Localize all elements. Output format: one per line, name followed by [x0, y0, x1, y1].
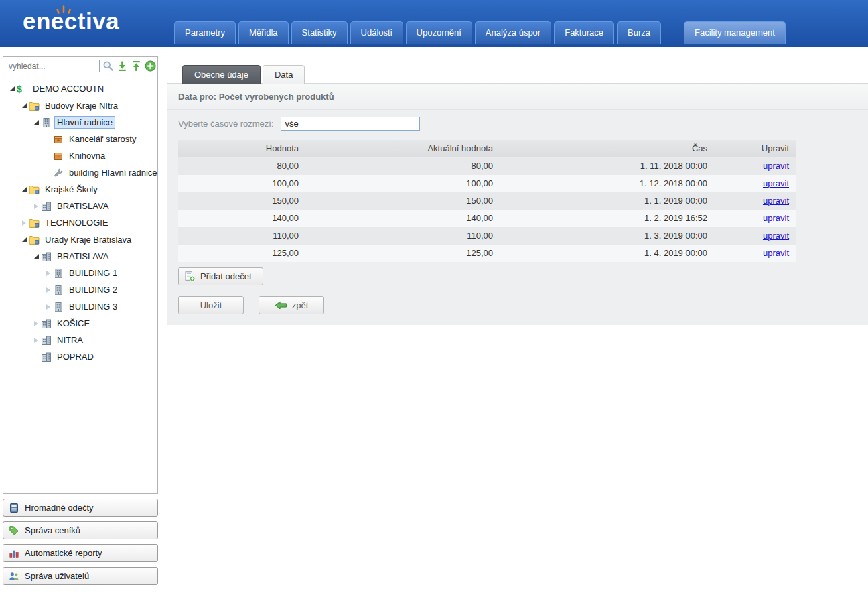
expand-icon[interactable]	[19, 237, 29, 242]
table-row: 80,00 80,00 1. 11. 2018 00:00 upravit	[178, 157, 796, 175]
wrench-icon	[53, 168, 66, 178]
add-reading-icon	[184, 271, 196, 282]
tree-item-nitra[interactable]: NITRA	[3, 332, 157, 348]
collapse-icon[interactable]	[19, 220, 29, 226]
nav-tab-statistiky[interactable]: Statistiky	[291, 21, 348, 44]
tree-item-urady-kraje-bratislava[interactable]: Urady Kraje Bratislava	[3, 231, 157, 248]
sidebar-button-hromadne-odecty[interactable]: Hromadné odečty	[3, 499, 158, 517]
dollar-icon: $	[17, 84, 30, 94]
nav-tab-facility-management[interactable]: Facility management	[684, 21, 786, 44]
cell-time: 1. 4. 2019 00:00	[500, 245, 714, 262]
collapse-icon[interactable]	[31, 321, 41, 326]
logo[interactable]: enectiva	[23, 8, 119, 35]
nav-tab-burza[interactable]: Burza	[617, 21, 661, 44]
tree-item-kosice[interactable]: KOŠICE	[3, 315, 157, 332]
add-reading-button[interactable]: Přidat odečet	[178, 267, 263, 285]
cell-value: 140,00	[178, 210, 305, 227]
edit-link[interactable]: upravit	[763, 248, 789, 258]
column-header-upravit: Upravit	[714, 140, 796, 157]
tree-search-row	[3, 57, 157, 74]
tree-item-demo-accoutn[interactable]: $ DEMO ACCOUTN	[3, 80, 157, 97]
tab-data[interactable]: Data	[263, 65, 305, 84]
cell-current-value: 140,00	[305, 210, 500, 227]
tree-item-budovy-kraje-nitra[interactable]: Budovy Kraje NItra	[3, 97, 157, 114]
back-arrow-icon	[275, 301, 287, 310]
expand-icon[interactable]	[7, 86, 17, 91]
action-buttons: Uložit zpět	[178, 296, 868, 314]
search-input[interactable]	[5, 60, 100, 72]
add-node-icon[interactable]	[145, 60, 156, 72]
logo-spark-icon	[56, 5, 71, 14]
edit-link[interactable]: upravit	[763, 196, 789, 206]
readings-table: Hodnota Aktuální hodnota Čas Upravit 80,…	[178, 140, 796, 262]
tree-item-poprad[interactable]: POPRAD	[3, 348, 157, 365]
nav-tab-parametry[interactable]: Parametry	[174, 21, 236, 44]
nav-tab-udalosti[interactable]: Události	[350, 21, 403, 44]
back-button[interactable]: zpět	[259, 296, 324, 314]
sidebar-button-automaticke-reporty[interactable]: Automatické reporty	[3, 544, 158, 562]
time-range-select[interactable]	[281, 117, 420, 131]
collapse-icon[interactable]	[31, 338, 41, 343]
cell-value: 150,00	[178, 192, 305, 210]
city-icon	[41, 335, 54, 346]
time-range-label: Vyberte časové rozmezí:	[178, 119, 274, 129]
nav-tab-upozorneni[interactable]: Upozornění	[406, 21, 472, 44]
expand-icon[interactable]	[31, 254, 41, 259]
table-row: 125,00 125,00 1. 4. 2019 00:00 upravit	[178, 245, 796, 262]
edit-link[interactable]: upravit	[763, 178, 789, 188]
time-range-row: Vyberte časové rozmezí:	[167, 110, 868, 140]
expand-all-icon[interactable]	[117, 60, 128, 72]
nav-tab-meridla[interactable]: Měřidla	[238, 21, 289, 44]
edit-link[interactable]: upravit	[763, 213, 789, 223]
cell-time: 1. 2. 2019 16:52	[500, 210, 714, 227]
collapse-icon[interactable]	[31, 204, 41, 209]
tree-item-building-2[interactable]: BUILDING 2	[3, 281, 157, 298]
table-row: 110,00 110,00 1. 3. 2019 00:00 upravit	[178, 227, 796, 245]
expand-icon[interactable]	[31, 120, 41, 125]
tree-item-bratislava-2[interactable]: BRATISLAVA	[3, 248, 157, 265]
column-header-cas: Čas	[500, 140, 714, 157]
collapse-icon[interactable]	[44, 287, 53, 293]
cell-time: 1. 3. 2019 00:00	[500, 227, 714, 245]
edit-link[interactable]: upravit	[763, 161, 789, 171]
tab-obecne-udaje[interactable]: Obecné údaje	[182, 65, 261, 84]
tree-item-knihovna[interactable]: Knihovna	[3, 147, 157, 164]
column-header-aktualni-hodnota: Aktuální hodnota	[305, 140, 500, 157]
city-icon	[41, 251, 54, 262]
collapse-icon[interactable]	[44, 271, 53, 276]
tree-item-building-3[interactable]: BUILDING 3	[3, 298, 157, 315]
search-icon[interactable]	[102, 60, 114, 72]
tree-item-technologie[interactable]: TECHNOLOGIE	[3, 214, 157, 231]
building-icon	[53, 285, 66, 295]
city-icon	[41, 352, 54, 362]
expand-icon[interactable]	[19, 103, 29, 108]
expand-icon[interactable]	[19, 187, 29, 192]
bar-chart-icon	[9, 548, 19, 559]
tree-item-bratislava-1[interactable]: BRATISLAVA	[3, 198, 157, 214]
cell-time: 1. 12. 2018 00:00	[500, 175, 714, 192]
collapse-icon[interactable]	[44, 304, 53, 310]
sidebar: $ DEMO ACCOUTN Budovy Kraje NItra Hlavní…	[3, 56, 158, 585]
panel-title: Data pro: Počet vyrobených produktů	[167, 84, 868, 110]
city-icon	[41, 201, 54, 212]
tree-item-kancelar-starosty[interactable]: Kancelář starosty	[3, 131, 157, 147]
edit-link[interactable]: upravit	[763, 230, 789, 241]
cell-value: 80,00	[178, 157, 305, 175]
tree-item-building-1[interactable]: BUILDING 1	[3, 265, 157, 281]
save-button[interactable]: Uložit	[178, 296, 244, 314]
main-content: Obecné údaje Data Data pro: Počet vyrobe…	[167, 47, 868, 325]
city-icon	[41, 318, 54, 329]
tree-item-building-hlavni-radnice[interactable]: building Hlavní radnice	[3, 164, 157, 181]
room-icon	[53, 134, 66, 145]
tree-item-krajske-skoly[interactable]: Krajské Školy	[3, 181, 157, 198]
sidebar-button-sprava-uzivatelu[interactable]: Správa uživatelů	[3, 567, 158, 585]
collapse-all-icon[interactable]	[131, 60, 142, 72]
cell-current-value: 100,00	[305, 175, 500, 192]
folder-icon	[29, 235, 42, 245]
sidebar-button-sprava-ceniku[interactable]: Správa ceníků	[3, 521, 158, 539]
top-header: enectiva Parametry Měřidla Statistiky Ud…	[0, 0, 868, 47]
nav-tab-analyza-uspor[interactable]: Analýza úspor	[475, 21, 551, 44]
nav-tab-fakturace[interactable]: Fakturace	[554, 21, 614, 44]
tree-item-hlavni-radnice[interactable]: Hlavní radnice	[3, 114, 157, 131]
price-tag-icon	[9, 525, 19, 536]
